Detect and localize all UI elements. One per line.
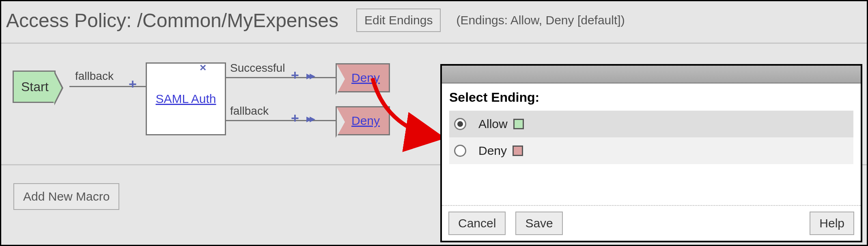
option-label: Allow xyxy=(478,117,508,131)
start-node-label: Start xyxy=(21,79,49,94)
arrow-icon: ▸▸ xyxy=(306,112,313,125)
endings-summary: (Endings: Allow, Deny [default]) xyxy=(456,13,625,27)
dialog-footer: Cancel Save Help xyxy=(442,205,861,241)
radio-unselected-icon[interactable] xyxy=(454,145,466,157)
dialog-body: Select Ending: Allow Deny xyxy=(442,83,861,205)
policy-header: Access Policy: /Common/MyExpenses Edit E… xyxy=(1,1,867,44)
connector-line xyxy=(226,77,336,78)
edge-label-fallback: fallback xyxy=(230,105,269,118)
saml-auth-node[interactable]: × SAML Auth xyxy=(146,62,226,135)
add-node-icon[interactable]: + xyxy=(291,67,299,83)
color-swatch-deny xyxy=(513,145,523,156)
ending-option-allow[interactable]: Allow xyxy=(449,111,853,137)
select-ending-dialog: Select Ending: Allow Deny Cancel Save He… xyxy=(440,64,862,242)
add-node-icon[interactable]: + xyxy=(129,76,137,92)
option-label: Deny xyxy=(478,144,507,158)
arrow-icon: ▸▸ xyxy=(306,69,313,82)
page-title: Access Policy: /Common/MyExpenses xyxy=(6,9,338,32)
ending-node-deny[interactable]: Deny xyxy=(336,106,390,135)
dialog-heading: Select Ending: xyxy=(449,90,853,105)
color-swatch-allow xyxy=(513,119,524,129)
close-icon[interactable]: × xyxy=(200,61,206,74)
spacer xyxy=(573,212,800,235)
help-button[interactable]: Help xyxy=(810,212,854,235)
edge-label-successful: Successful xyxy=(230,62,285,75)
ending-option-deny[interactable]: Deny xyxy=(449,137,853,164)
saml-auth-link[interactable]: SAML Auth xyxy=(156,92,216,106)
cancel-button[interactable]: Cancel xyxy=(448,212,506,235)
edit-endings-button[interactable]: Edit Endings xyxy=(356,9,441,32)
start-node[interactable]: Start xyxy=(13,71,56,103)
edge-label-fallback: fallback xyxy=(75,70,114,83)
deny-link[interactable]: Deny xyxy=(351,114,380,128)
add-new-macro-button[interactable]: Add New Macro xyxy=(13,183,119,210)
deny-link[interactable]: Deny xyxy=(351,71,380,85)
ending-node-deny[interactable]: Deny xyxy=(336,63,390,92)
save-button[interactable]: Save xyxy=(515,212,562,235)
add-node-icon[interactable]: + xyxy=(291,110,299,126)
connector-line xyxy=(226,120,336,121)
dialog-titlebar[interactable] xyxy=(442,66,861,83)
radio-selected-icon[interactable] xyxy=(454,118,466,130)
